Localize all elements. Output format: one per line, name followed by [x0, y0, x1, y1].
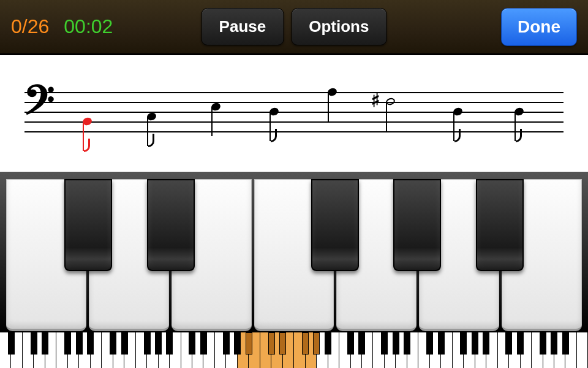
mini-black-key[interactable]	[31, 332, 37, 355]
timer: 00:02	[64, 15, 113, 38]
black-key[interactable]	[311, 179, 359, 271]
mini-black-key[interactable]	[234, 332, 241, 355]
score-counter: 0/26	[11, 15, 49, 38]
mini-black-key[interactable]	[302, 332, 309, 355]
mini-black-key[interactable]	[483, 332, 489, 355]
mini-black-key[interactable]	[460, 332, 467, 355]
mini-black-key[interactable]	[540, 332, 546, 355]
black-key[interactable]	[147, 179, 195, 271]
mini-black-key[interactable]	[76, 332, 83, 355]
mini-black-key[interactable]	[223, 332, 230, 355]
pause-button[interactable]: Pause	[202, 8, 284, 45]
black-key[interactable]	[64, 179, 112, 271]
mini-black-key[interactable]	[393, 332, 399, 355]
sharp-icon: ♯	[371, 90, 380, 111]
staff-area: 𝄢 ♯	[0, 55, 588, 172]
mini-black-key[interactable]	[347, 332, 354, 355]
mini-black-key[interactable]	[200, 332, 207, 355]
mini-black-key[interactable]	[358, 332, 365, 355]
mini-black-key[interactable]	[438, 332, 445, 355]
piano-keyboard-mini-map[interactable]	[0, 331, 588, 368]
mini-black-key[interactable]	[64, 332, 71, 355]
black-key[interactable]	[393, 179, 441, 271]
piano-keyboard-main	[0, 172, 588, 331]
center-button-group: Pause Options	[202, 8, 387, 45]
mini-black-key[interactable]	[110, 332, 116, 355]
done-button[interactable]: Done	[501, 8, 577, 46]
mini-black-key[interactable]	[8, 332, 15, 355]
mini-black-key[interactable]	[246, 332, 252, 355]
mini-black-key[interactable]	[155, 332, 162, 355]
mini-black-key[interactable]	[313, 332, 320, 355]
mini-black-key[interactable]	[505, 332, 512, 355]
mini-black-key[interactable]	[381, 332, 388, 355]
mini-black-key[interactable]	[87, 332, 94, 355]
bass-clef-icon: 𝄢	[23, 81, 55, 130]
mini-black-key[interactable]	[517, 332, 524, 355]
mini-black-key[interactable]	[325, 332, 331, 355]
mini-black-key[interactable]	[472, 332, 478, 355]
music-staff: 𝄢 ♯	[24, 92, 564, 131]
mini-black-key[interactable]	[426, 332, 433, 355]
options-button[interactable]: Options	[291, 8, 386, 45]
mini-black-key[interactable]	[404, 332, 410, 355]
black-key[interactable]	[476, 179, 524, 271]
mini-black-key[interactable]	[279, 332, 286, 355]
mini-black-key[interactable]	[268, 332, 275, 355]
mini-black-key[interactable]	[144, 332, 151, 355]
mini-black-key[interactable]	[551, 332, 557, 355]
top-bar: 0/26 00:02 Pause Options Done	[0, 0, 588, 55]
mini-black-key[interactable]	[121, 332, 128, 355]
mini-black-key[interactable]	[166, 332, 173, 355]
mini-black-key[interactable]	[42, 332, 48, 355]
mini-black-key[interactable]	[189, 332, 195, 355]
mini-black-key[interactable]	[562, 332, 569, 355]
